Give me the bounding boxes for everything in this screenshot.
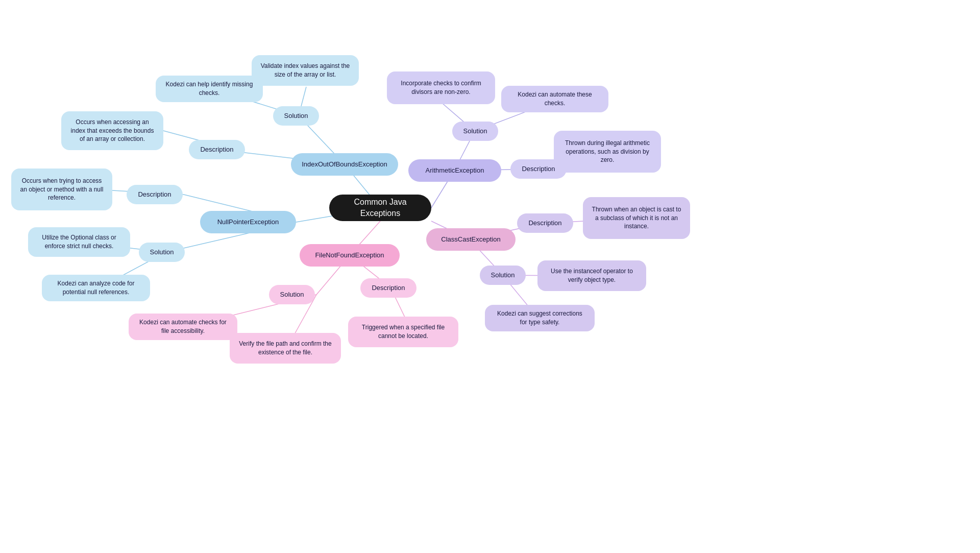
center-node: Common Java Exceptions xyxy=(329,195,431,221)
file-not-found-node: FileNotFoundException xyxy=(300,244,400,267)
file-kodezi-node: Kodezi can automate checks for file acce… xyxy=(129,314,237,340)
arith-sol-text-node: Incorporate checks to confirm divisors a… xyxy=(387,71,495,104)
cast-sol-text-node: Use the instanceof operator to verify ob… xyxy=(537,260,646,291)
index-out-of-bounds-node: IndexOutOfBoundsException xyxy=(291,153,398,176)
file-desc-node: Description xyxy=(360,278,416,298)
cast-solution-node: Solution xyxy=(480,266,526,285)
index-desc-text-node: Occurs when accessing an index that exce… xyxy=(61,111,163,150)
index-solution-node: Solution xyxy=(273,106,319,126)
class-cast-node: ClassCastException xyxy=(426,228,516,251)
index-sol-text-node: Validate index values against the size o… xyxy=(252,55,359,86)
arith-desc-text-node: Thrown during illegal arithmetic operati… xyxy=(554,131,661,173)
null-kodezi-node: Kodezi can analyze code for potential nu… xyxy=(42,275,150,301)
null-solution-node: Solution xyxy=(139,243,185,262)
cast-desc-text-node: Thrown when an object is cast to a subcl… xyxy=(583,197,690,239)
null-pointer-node: NullPointerException xyxy=(200,211,296,233)
arithmetic-node: ArithmeticException xyxy=(408,159,501,182)
index-kodezi-node: Kodezi can help identify missing checks. xyxy=(156,76,263,102)
cast-kodezi-node: Kodezi can suggest corrections for type … xyxy=(485,305,595,331)
arith-kodezi-node: Kodezi can automate these checks. xyxy=(501,86,608,112)
null-desc-node: Description xyxy=(127,185,183,204)
file-desc-text-node: Triggered when a specified file cannot b… xyxy=(348,317,458,347)
center-label: Common Java Exceptions xyxy=(337,197,423,220)
index-oob-label: IndexOutOfBoundsException xyxy=(302,160,387,169)
arith-solution-node: Solution xyxy=(452,122,498,141)
file-sol-text-node: Verify the file path and confirm the exi… xyxy=(230,333,341,364)
index-desc-node: Description xyxy=(189,140,245,159)
file-solution-node: Solution xyxy=(269,285,315,304)
cast-desc-node: Description xyxy=(517,213,573,233)
null-desc-text-node: Occurs when trying to access an object o… xyxy=(11,169,112,210)
null-sol-text-node: Utilize the Optional class or enforce st… xyxy=(28,227,130,257)
